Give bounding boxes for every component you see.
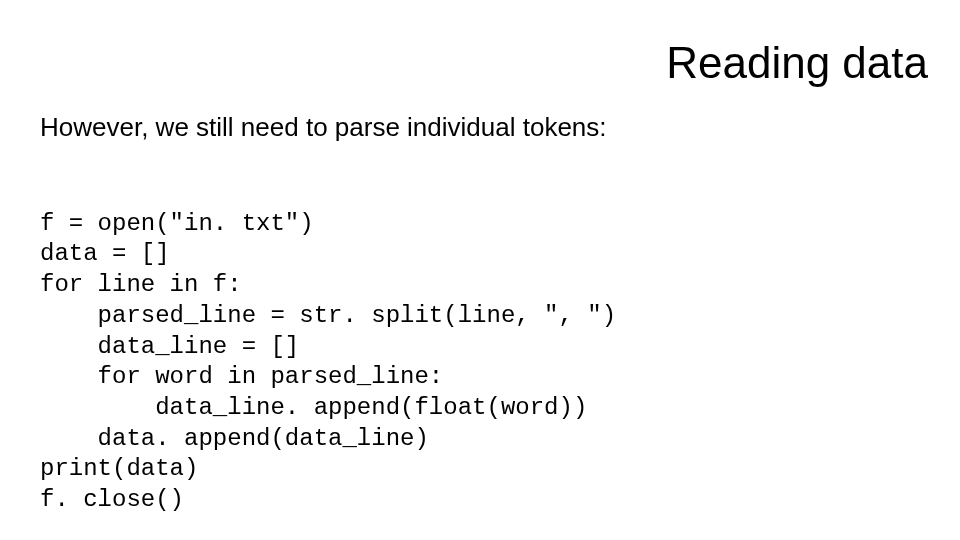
slide: Reading data However, we still need to p… [0, 0, 960, 540]
slide-subtitle: However, we still need to parse individu… [40, 112, 607, 143]
code-line: parsed_line = str. split(line, ", ") [40, 302, 616, 329]
code-line: data = [] [40, 240, 170, 267]
code-line: f = open("in. txt") [40, 210, 314, 237]
slide-title: Reading data [666, 38, 928, 88]
code-line: f. close() [40, 486, 184, 513]
code-line: print(data) [40, 455, 198, 482]
code-line: for word in parsed_line: [40, 363, 443, 390]
code-line: data_line = [] [40, 333, 299, 360]
code-line: for line in f: [40, 271, 242, 298]
code-block: f = open("in. txt") data = [] for line i… [40, 178, 616, 516]
code-line: data_line. append(float(word)) [40, 394, 587, 421]
code-line: data. append(data_line) [40, 425, 429, 452]
